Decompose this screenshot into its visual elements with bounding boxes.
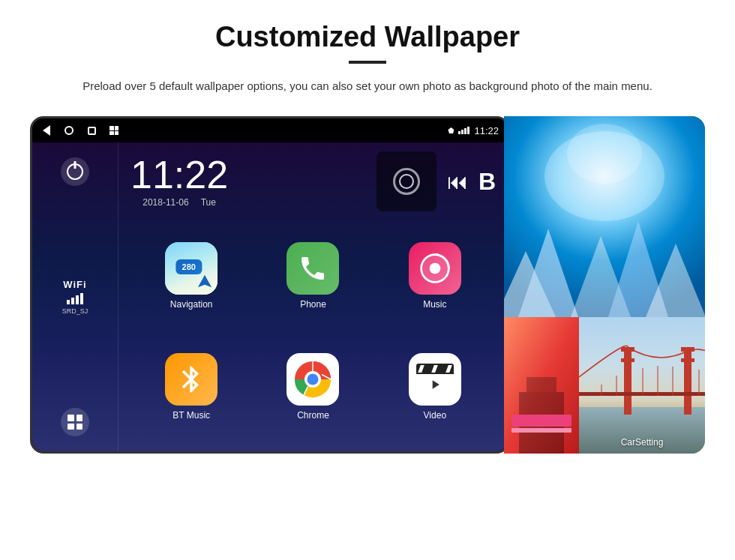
svg-point-21	[567, 124, 642, 184]
wifi-status-icon	[458, 127, 470, 134]
main-area: 11:22 2018-11-06 Tue ⏮ B	[118, 142, 508, 451]
device-mockup: 11:22 WiFi	[30, 116, 510, 454]
svg-rect-24	[526, 377, 556, 392]
home-nav-icon[interactable]	[64, 125, 74, 136]
bt-music-icon	[165, 353, 218, 406]
video-clap-icon	[416, 364, 454, 395]
screen-content: WiFi SRD_SJ	[32, 142, 508, 451]
apps-grid-button[interactable]	[61, 408, 89, 436]
wifi-ssid: SRD_SJ	[62, 307, 88, 315]
top-icons: ⏮ B	[376, 151, 496, 211]
svg-rect-32	[684, 347, 692, 415]
clock-day-value: Tue	[201, 197, 216, 208]
clock-time: 11:22	[130, 155, 228, 194]
video-icon	[409, 353, 461, 406]
svg-text:♪: ♪	[431, 261, 438, 277]
wifi-info: WiFi SRD_SJ	[62, 279, 88, 315]
phone-icon	[286, 242, 339, 295]
media-widget[interactable]	[376, 151, 436, 211]
app-item-bt-music[interactable]: BT Music	[130, 331, 252, 442]
bluetooth-label: B	[478, 168, 496, 196]
clock-date: 2018-11-06 Tue	[142, 197, 216, 208]
recent-nav-icon[interactable]	[86, 125, 97, 136]
power-icon	[67, 163, 83, 180]
apps-nav-icon[interactable]	[109, 125, 119, 136]
wifi-label: WiFi	[63, 279, 86, 290]
top-info: 11:22 2018-11-06 Tue ⏮ B	[118, 142, 508, 214]
page-title: Customized Wallpaper	[215, 21, 520, 53]
prev-button[interactable]: ⏮	[447, 169, 468, 194]
status-time: 11:22	[474, 125, 499, 136]
wallpaper-preview-ice[interactable]	[504, 116, 705, 317]
video-label: Video	[424, 410, 446, 421]
app-item-phone[interactable]: Phone	[252, 220, 374, 331]
media-signal-icon	[393, 168, 420, 195]
svg-rect-25	[512, 415, 572, 427]
title-divider	[349, 61, 386, 64]
chrome-label: Chrome	[297, 410, 329, 421]
svg-marker-0	[198, 275, 212, 288]
clock-section: 11:22 2018-11-06 Tue	[130, 155, 228, 208]
music-label: Music	[423, 299, 446, 310]
navigation-label: Navigation	[170, 299, 213, 310]
location-icon	[448, 127, 454, 133]
status-bar-right: 11:22	[448, 125, 499, 136]
wallpaper-previews: CarSetting	[504, 116, 705, 454]
carsetting-label: CarSetting	[621, 437, 664, 448]
nav-shield-label: 280	[176, 259, 202, 274]
svg-rect-26	[512, 428, 572, 433]
svg-point-10	[308, 374, 319, 385]
navigation-icon: 280	[165, 242, 218, 295]
power-button[interactable]	[61, 157, 89, 186]
wifi-bars	[67, 293, 83, 304]
status-bar: 11:22	[32, 118, 508, 142]
back-nav-icon[interactable]	[41, 125, 52, 136]
app-item-music[interactable]: ♪ Music	[374, 220, 496, 331]
svg-rect-34	[681, 358, 694, 362]
svg-rect-29	[624, 347, 632, 415]
ice-cave-bg	[504, 116, 705, 317]
left-sidebar: WiFi SRD_SJ	[32, 142, 118, 451]
page-container: Customized Wallpaper Preload over 5 defa…	[0, 0, 735, 469]
wallpaper-preview-red[interactable]	[504, 317, 579, 454]
bt-music-label: BT Music	[172, 410, 210, 421]
app-item-video[interactable]: Video	[374, 331, 496, 442]
music-icon: ♪	[409, 242, 461, 295]
phone-label: Phone	[300, 299, 326, 310]
chrome-icon	[286, 353, 339, 406]
content-area: 11:22 WiFi	[30, 116, 705, 454]
app-grid: 280 Navigation	[118, 214, 508, 451]
app-item-navigation[interactable]: 280 Navigation	[130, 220, 252, 331]
page-description: Preload over 5 default wallpaper options…	[82, 77, 652, 95]
wallpaper-preview-bridge[interactable]: CarSetting	[579, 317, 705, 454]
wallpaper-bottom-row: CarSetting	[504, 317, 705, 454]
svg-rect-35	[579, 392, 705, 396]
clock-date-value: 2018-11-06	[142, 197, 188, 208]
status-bar-left	[41, 125, 119, 136]
svg-rect-31	[621, 358, 634, 362]
app-item-chrome[interactable]: Chrome	[252, 331, 374, 442]
